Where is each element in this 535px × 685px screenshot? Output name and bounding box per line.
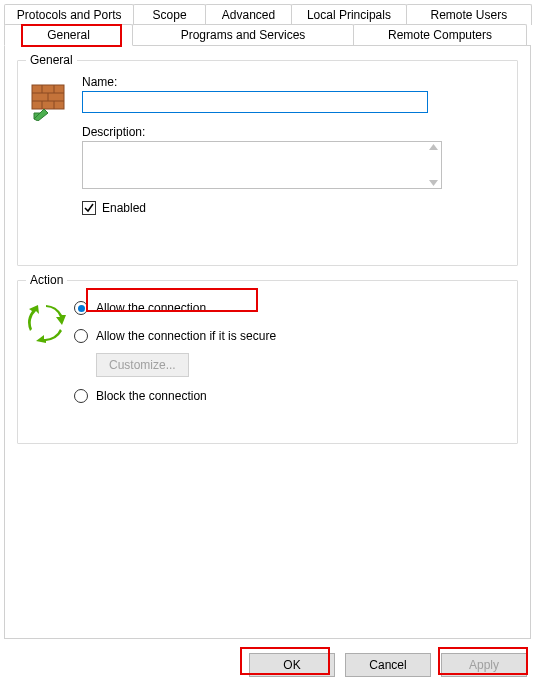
name-input[interactable]	[82, 91, 428, 113]
radio-allow-connection[interactable]: Allow the connection	[74, 297, 505, 319]
tab-general[interactable]: General	[4, 24, 133, 46]
radio-allow-secure-label: Allow the connection if it is secure	[96, 329, 276, 343]
group-general: General N	[17, 60, 518, 266]
radio-block-label: Block the connection	[96, 389, 207, 403]
group-action-title: Action	[26, 273, 67, 287]
radio-block-connection[interactable]: Block the connection	[74, 385, 505, 407]
radio-allow-secure-indicator	[74, 329, 88, 343]
tab-programs-and-services[interactable]: Programs and Services	[132, 24, 354, 46]
radio-allow-secure[interactable]: Allow the connection if it is secure	[74, 325, 505, 347]
tab-local-principals[interactable]: Local Principals	[291, 4, 406, 25]
scroll-up-icon	[429, 144, 438, 150]
firewall-rule-properties-dialog: Protocols and Ports Scope Advanced Local…	[0, 0, 535, 685]
customize-button: Customize...	[96, 353, 189, 377]
tab-strip: Protocols and Ports Scope Advanced Local…	[0, 0, 535, 639]
tab-advanced[interactable]: Advanced	[205, 4, 292, 25]
radio-allow-label: Allow the connection	[96, 301, 206, 315]
tab-remote-computers[interactable]: Remote Computers	[353, 24, 527, 46]
tab-panel: General N	[4, 45, 531, 639]
scroll-down-icon	[429, 180, 438, 186]
recycle-arrows-icon	[26, 303, 66, 343]
radio-allow-indicator	[74, 301, 88, 315]
enabled-label: Enabled	[102, 201, 146, 215]
check-icon	[84, 203, 94, 213]
firewall-icon	[30, 81, 70, 121]
radio-block-indicator	[74, 389, 88, 403]
scrollbar[interactable]	[426, 142, 441, 188]
description-textarea[interactable]	[83, 142, 426, 188]
tab-remote-users[interactable]: Remote Users	[406, 4, 532, 25]
name-label: Name:	[82, 75, 505, 89]
apply-button: Apply	[441, 653, 527, 677]
description-label: Description:	[82, 125, 505, 139]
ok-button[interactable]: OK	[249, 653, 335, 677]
cancel-button[interactable]: Cancel	[345, 653, 431, 677]
enabled-checkbox-row[interactable]: Enabled	[82, 201, 505, 215]
description-textarea-wrap	[82, 141, 442, 189]
tab-protocols-and-ports[interactable]: Protocols and Ports	[4, 4, 134, 25]
dialog-footer: OK Cancel Apply	[249, 653, 527, 677]
tab-scope[interactable]: Scope	[133, 4, 205, 25]
enabled-checkbox[interactable]	[82, 201, 96, 215]
group-action: Action Allow the connection	[17, 280, 518, 444]
group-general-title: General	[26, 53, 77, 67]
